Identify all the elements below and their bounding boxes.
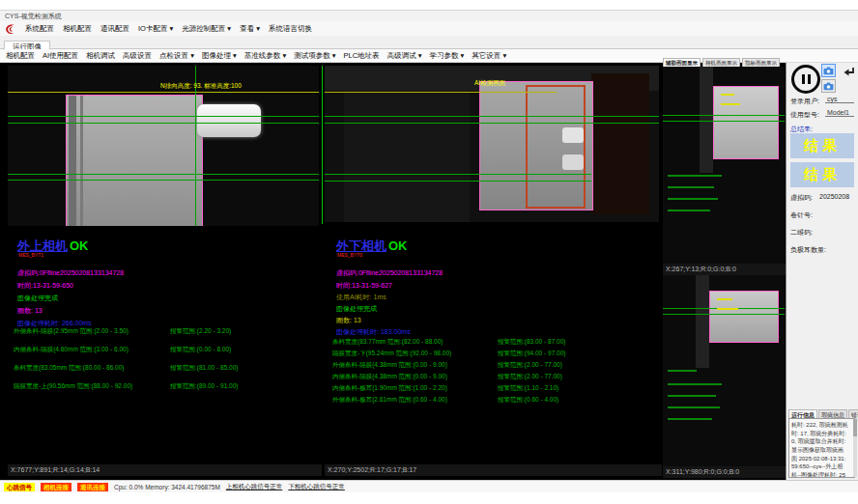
center-measure-row: 外侧条料-隔膜(4.38mm 范围:(0.00 - 9.00) <box>332 361 447 370</box>
aux-annotation-mark <box>721 94 734 96</box>
aux-annotation-mark <box>668 383 722 385</box>
log-textbox[interactable]: 耗时: 222, 瑕疵检测耗时: 17, 瑕疵分类耗时: 0, 瑕疵提取合并耗时… <box>788 418 855 478</box>
center-alarm-range: 报警范围:(2.00 - 77.00) <box>498 373 562 381</box>
aux-scene-block <box>713 86 779 159</box>
center-alarm-range: 报警范围:(0.60 - 4.00) <box>498 396 558 405</box>
menu-item-camera-config[interactable]: 相机配置 <box>63 24 92 34</box>
center-pixel-caption: X:270;Y:2502;R:17;G:17;B:17 <box>325 464 662 476</box>
left-camera-ok-status: OK <box>70 238 89 253</box>
menu-item-system-config[interactable]: 系统配置 <box>25 24 54 34</box>
tool-ai-config[interactable]: AI使用配置 <box>43 51 78 61</box>
left-camera-image[interactable]: N排向高度: 93. 标准高度:100 <box>8 66 319 226</box>
aux-tab-metric-display[interactable]: 指标画面展示 <box>742 58 780 67</box>
center-barcode-text: 虚拟码:0Ffline20250208133134728 <box>336 268 443 278</box>
heartbeat-status-badge: 心跳信号 <box>4 483 35 491</box>
control-panel: 登录用户: cys 使用型号: Model1 总结果: 结果 结果 虚拟码: 2… <box>786 63 858 480</box>
menu-item-comm-config[interactable]: 通讯配置 <box>100 24 129 34</box>
cpu-memory-text: Cpu: 0.0% Memory: 3424.41796875M <box>114 484 220 490</box>
aux-annotation-mark <box>668 198 718 200</box>
center-alarm-range: 报警范围:(2.00 - 77.00) <box>498 361 562 370</box>
back-arrow-button[interactable] <box>840 64 856 80</box>
aux-annotation-mark <box>668 210 710 211</box>
center-done-text: 图像处理完成 <box>336 304 377 314</box>
login-user-value[interactable]: cys <box>825 96 854 103</box>
neg-tab-count-label: 负极耳数量: <box>790 245 826 255</box>
left-mes-tag: MES_BYT1 <box>18 252 43 258</box>
virtual-code-value: 20250208 <box>819 193 849 200</box>
tool-advanced-debug[interactable]: 高级调试 ▾ <box>387 51 422 61</box>
down-camera-heartbeat-text: 下相机心跳信号正常 <box>288 483 345 491</box>
aux-bottom-camera-image[interactable] <box>663 275 785 466</box>
log-scrollbar[interactable] <box>853 419 857 477</box>
tool-plc-address[interactable]: PLC地址表 <box>344 51 380 61</box>
center-ai-time-text: 使用AI耗时: 1ms <box>336 293 386 302</box>
camera-view-button-2[interactable] <box>821 79 836 93</box>
camera-view-button-1[interactable] <box>821 64 836 77</box>
tool-baseline-params[interactable]: 基准线参数 ▾ <box>244 51 286 61</box>
center-time-text: 时间:13-31-59-627 <box>336 281 392 291</box>
aux-tab-strip: 辅助画面显示 相机画面展示 指标画面展示 <box>663 58 786 67</box>
aux-annotation-mark <box>668 395 716 397</box>
center-camera-image[interactable]: AI检测画面 <box>325 66 659 222</box>
pin-number-label: 卷针号: <box>790 210 813 220</box>
app-logo-icon <box>4 23 16 35</box>
left-barcode-text: 虚拟码:0Ffline20250208133134728 <box>17 268 124 278</box>
result-box-lower-text: 结果 <box>804 166 841 184</box>
menu-item-view[interactable]: 查看 ▾ <box>240 24 260 34</box>
menu-item-io-config[interactable]: IO卡配置 ▾ <box>138 24 173 34</box>
aux-scene-frame <box>700 67 713 173</box>
center-scene-frame <box>591 73 649 214</box>
aux-tab-assist-display[interactable]: 辅助画面显示 <box>663 58 701 67</box>
tool-test-params[interactable]: 测试项参数 ▾ <box>294 51 335 61</box>
center-scene-frame <box>344 91 470 222</box>
ai-detect-rect <box>526 85 586 209</box>
tool-spotcheck-settings[interactable]: 点检设置 ▾ <box>159 51 194 61</box>
tab-strip: 运行图像 <box>0 36 858 49</box>
menu-item-language[interactable]: 系统语言切换 <box>269 24 312 34</box>
aux-scene-frame <box>696 275 709 368</box>
left-done-text: 图像处理完成 <box>17 294 58 303</box>
panel-separator-line <box>322 66 323 224</box>
aux-top-camera-image[interactable] <box>663 67 785 264</box>
center-alarm-range: 报警范围:(83.00 - 87.00) <box>498 338 565 347</box>
left-alarm-range: 报警范围:(0.00 - 8.00) <box>170 346 231 354</box>
overlay-yellow-line <box>8 92 319 93</box>
left-measure-row: 条料宽度(83.05mm 范围:(80.00 - 86.00) <box>14 364 125 373</box>
menu-bar: 系统配置 相机配置 通讯配置 IO卡配置 ▾ 光源控制配置 ▾ 查看 ▾ 系统语… <box>0 21 858 36</box>
qr-code-label: 二维码: <box>790 228 813 238</box>
tool-advanced-settings[interactable]: 高级设置 <box>123 51 152 61</box>
pause-button[interactable] <box>791 65 820 94</box>
model-value[interactable]: Model1 <box>825 109 854 117</box>
overlay-green-line <box>663 121 785 122</box>
aux-tab-camera-display[interactable]: 相机画面展示 <box>702 58 740 67</box>
aux-annotation-mark <box>668 406 720 408</box>
overlay-yellow-line <box>325 92 557 93</box>
up-camera-heartbeat-text: 上相机心跳信号正常 <box>226 483 283 491</box>
comm-connect-badge: 通讯连接 <box>77 483 108 491</box>
center-scene-highlight <box>562 127 584 143</box>
aux-top-pixel-caption: X:267;Y:13;R:0;G:0;B:0 <box>663 264 787 275</box>
center-measure-row: 内侧条料-隔膜(4.38mm 范围:(0.00 - 9.00) <box>332 373 447 381</box>
tool-learning-params[interactable]: 学习参数 ▾ <box>429 51 464 61</box>
login-user-label: 登录用户: <box>790 97 819 106</box>
camera-icon <box>823 67 834 75</box>
tool-camera-config[interactable]: 相机配置 <box>6 51 35 61</box>
camera-connect-badge: 相机连接 <box>41 483 72 491</box>
left-alarm-range: 报警范围:(89.00 - 91.00) <box>170 382 238 391</box>
tool-image-processing[interactable]: 图像处理 ▾ <box>202 51 237 61</box>
tool-camera-debug[interactable]: 相机调试 <box>86 51 115 61</box>
aux-annotation-mark <box>668 186 714 188</box>
center-alarm-range: 报警范围:(94.00 - 97.00) <box>498 350 565 358</box>
tool-other-settings[interactable]: 其它设置 ▾ <box>472 51 506 61</box>
aux-annotation-mark <box>717 308 738 310</box>
left-camera-name: 外上相机 <box>17 238 68 253</box>
center-scene-highlight <box>562 154 584 170</box>
overlay-green-line <box>325 174 591 175</box>
center-count-text: 圈数: 13 <box>336 316 361 325</box>
overlay-green-line <box>8 174 319 175</box>
menu-item-light-config[interactable]: 光源控制配置 ▾ <box>182 24 231 34</box>
aux-annotation-mark <box>721 103 740 105</box>
return-arrow-icon <box>842 66 855 79</box>
center-alarm-range: 报警范围:(1.10 - 2.10) <box>498 384 558 393</box>
left-measure-row: 内侧条料-隔膜(4.60mm 范围:(3.00 - 6.00) <box>14 346 129 354</box>
